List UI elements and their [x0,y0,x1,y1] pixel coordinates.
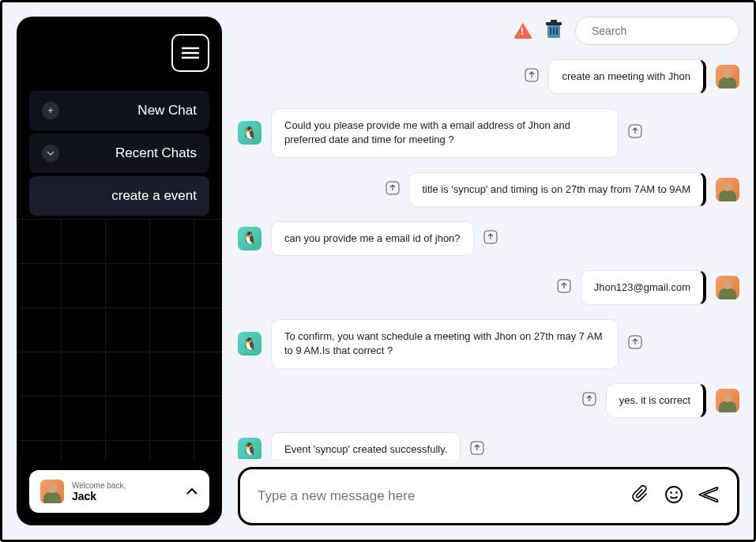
user-avatar [716,65,739,88]
trash-icon [545,20,562,39]
sidebar-item-label: New Chat [137,103,197,119]
chevron-up-icon[interactable] [186,484,198,499]
svg-rect-5 [551,20,557,23]
message-row: title is 'syncup' and timing is on 27th … [238,172,739,207]
search-box[interactable] [575,17,739,45]
hamburger-menu-button[interactable] [171,34,209,72]
message-row: create an meeting with Jhon [238,59,739,94]
message-bubble: title is 'syncup' and timing is on 27th … [409,172,707,207]
welcome-text: Welcome back, [72,481,178,490]
svg-point-19 [666,487,682,502]
user-info: Welcome back, Jack [72,481,178,502]
bot-avatar: 🐧 [238,121,261,145]
message-row: 🐧 can you provide me a email id of jhon? [238,221,739,256]
share-button[interactable] [628,335,642,352]
paperclip-icon [631,485,650,504]
trash-button[interactable] [545,20,562,42]
message-bubble: Event 'syncup' created successfully. [271,432,461,459]
bot-avatar: 🐧 [238,438,261,459]
svg-point-21 [675,491,678,494]
plus-icon: + [42,102,59,119]
user-avatar [716,276,739,299]
message-bubble: Jhon123@gmail.com [581,270,706,305]
message-row: 🐧 To confirm, you want schedule a meetin… [238,319,739,368]
share-button[interactable] [628,124,642,141]
message-row: yes. it is correct [238,383,739,418]
hamburger-icon [182,47,199,59]
bot-avatar: 🐧 [238,227,261,250]
emoji-button[interactable] [664,485,683,507]
app-container: + New Chat Recent Chats create a event W… [0,0,756,542]
message-input[interactable] [258,488,617,504]
smile-icon [664,485,683,504]
bot-avatar: 🐧 [238,332,261,356]
chevron-down-icon [42,145,59,162]
user-avatar [716,178,739,201]
main-content: create an meeting with Jhon 🐧 Could you … [238,17,739,525]
message-row: 🐧 Event 'syncup' created successfully. [238,432,739,459]
user-name: Jack [72,490,178,502]
message-bubble: To confirm, you want schedule a meeting … [271,319,619,368]
sidebar-item-active-chat[interactable]: create a event [29,176,209,216]
share-button[interactable] [386,181,400,198]
sidebar-grid-decoration [17,219,222,461]
share-button[interactable] [483,230,498,247]
message-bubble: create an meeting with Jhon [548,59,706,94]
message-bubble: Could you please provide me with a email… [271,108,619,157]
user-avatar [716,389,739,412]
warning-icon[interactable] [513,23,532,39]
user-avatar [40,480,64,503]
message-row: 🐧 Could you please provide me with a ema… [238,108,739,157]
send-icon [698,485,720,504]
message-bubble: yes. it is correct [606,383,706,418]
message-composer [238,467,739,525]
attach-button[interactable] [631,485,650,507]
user-card[interactable]: Welcome back, Jack [29,470,209,513]
message-row: Jhon123@gmail.com [238,270,739,305]
share-button[interactable] [470,441,484,458]
chat-area: create an meeting with Jhon 🐧 Could you … [238,59,739,459]
sidebar-item-label: Recent Chats [115,145,197,161]
send-button[interactable] [698,485,720,507]
svg-point-20 [670,491,672,494]
share-button[interactable] [557,279,571,296]
sidebar-item-recent-chats[interactable]: Recent Chats [29,134,209,173]
sidebar-item-label: create a event [111,188,197,204]
sidebar: + New Chat Recent Chats create a event W… [17,17,222,525]
search-input[interactable] [592,24,730,37]
sidebar-item-new-chat[interactable]: + New Chat [29,91,209,130]
share-button[interactable] [525,68,539,85]
topbar [238,17,739,45]
share-button[interactable] [582,392,596,409]
message-bubble: can you provide me a email id of jhon? [271,221,474,256]
